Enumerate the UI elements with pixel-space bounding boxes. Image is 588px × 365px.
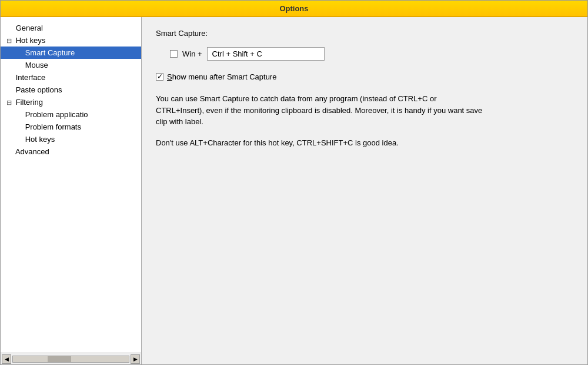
sidebar-item-interface[interactable]: Interface [1,71,141,84]
sidebar-item-problem-formats[interactable]: Problem formats [1,121,141,133]
win-label: Win + [182,49,202,58]
main-window: Options General ⊟ Hot keys Smart Cap [0,0,588,365]
sidebar-item-label: Hot keys [16,36,46,45]
show-menu-text: how menu after Smart Capture [172,72,277,81]
tree-content: General ⊟ Hot keys Smart Capture Mouse [1,17,141,353]
win-key-checkbox[interactable] [170,50,178,58]
expand-icon-hotkeys-filter [15,136,22,143]
sidebar-item-label: Hot keys [25,135,55,144]
show-menu-label: Show menu after Smart Capture [167,72,276,81]
sidebar-item-problem-applications[interactable]: Problem applicatio [1,108,141,121]
title-bar: Options [1,1,587,17]
expand-icon-interface [5,74,12,81]
right-panel: Smart Capture: Win + Show menu after Sma… [142,17,587,364]
sidebar-item-label: Problem applicatio [25,110,88,119]
expand-icon-advanced [5,148,12,155]
scroll-thumb [48,356,71,362]
show-menu-row: Show menu after Smart Capture [156,72,573,81]
section-title: Smart Capture: [156,29,573,38]
sidebar-item-general[interactable]: General [1,22,141,34]
sidebar-item-label: Advanced [15,147,49,156]
tree-panel: General ⊟ Hot keys Smart Capture Mouse [1,17,142,364]
description-1: You can use Smart Capture to catch data … [156,93,485,128]
sidebar-item-advanced[interactable]: Advanced [1,145,141,158]
sidebar-item-label: Filtering [16,98,43,107]
expand-icon-general [5,25,12,32]
description-2: Don't use ALT+Character for this hot key… [156,137,485,149]
tree-scrollbar: ◀ ▶ [1,353,141,364]
title-text: Options [5,4,583,13]
scroll-track[interactable] [12,356,129,363]
expand-icon-smart-capture [15,49,22,57]
sidebar-item-smart-capture[interactable]: Smart Capture [1,47,141,59]
sidebar-item-hotkeys-filter[interactable]: Hot keys [1,133,141,145]
sidebar-item-label: Smart Capture [25,48,75,57]
sidebar-item-hotkeys[interactable]: ⊟ Hot keys [1,34,141,47]
sidebar-item-label: Mouse [25,61,48,69]
sidebar-item-label: General [16,24,43,32]
expand-icon-problem-formats [15,124,22,131]
main-content: General ⊟ Hot keys Smart Capture Mouse [1,17,587,364]
expand-icon-hotkeys: ⊟ [5,37,12,45]
expand-icon-mouse [15,62,22,69]
expand-icon-problem-apps [15,111,22,118]
sidebar-item-label: Problem formats [25,122,81,131]
hotkey-row: Win + [156,47,573,61]
hotkey-input[interactable] [207,47,325,61]
scroll-left-arrow[interactable]: ◀ [2,354,11,364]
show-menu-s: S [167,72,172,81]
sidebar-item-label: Interface [16,73,46,82]
scroll-right-arrow[interactable]: ▶ [131,354,140,364]
sidebar-item-label: Paste options [16,85,62,94]
sidebar-item-paste-options[interactable]: Paste options [1,84,141,96]
sidebar-item-mouse[interactable]: Mouse [1,59,141,71]
show-menu-checkbox[interactable] [156,73,163,81]
sidebar-item-filtering[interactable]: ⊟ Filtering [1,96,141,108]
expand-icon-filtering: ⊟ [5,99,12,107]
expand-icon-paste-options [5,87,12,94]
